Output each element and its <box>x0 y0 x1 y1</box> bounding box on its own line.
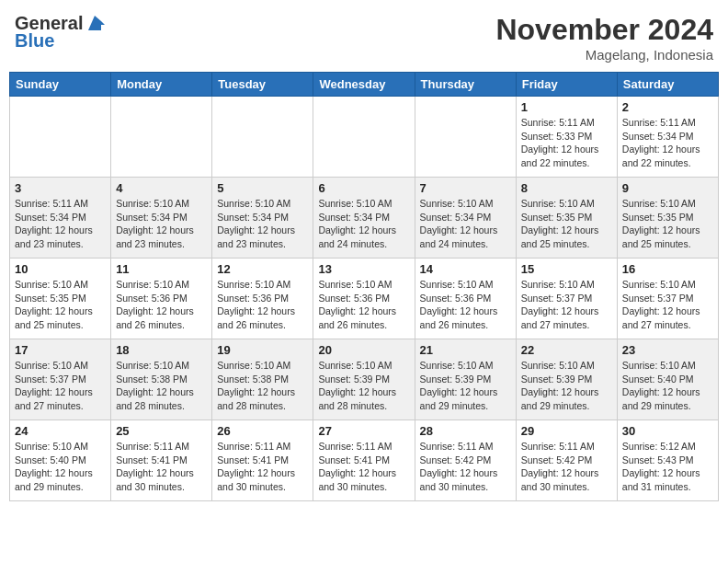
day-number: 1 <box>521 100 612 114</box>
day-number: 27 <box>318 424 409 438</box>
day-info: Sunrise: 5:11 AM Sunset: 5:33 PM Dayligh… <box>521 116 612 170</box>
day-info: Sunrise: 5:11 AM Sunset: 5:42 PM Dayligh… <box>420 440 511 494</box>
table-row: 30Sunrise: 5:12 AM Sunset: 5:43 PM Dayli… <box>617 420 718 501</box>
table-row <box>111 97 212 178</box>
month-title: November 2024 <box>495 13 713 47</box>
table-row: 27Sunrise: 5:11 AM Sunset: 5:41 PM Dayli… <box>313 420 415 501</box>
table-row <box>10 97 111 178</box>
day-number: 13 <box>318 262 409 276</box>
svg-marker-0 <box>88 16 101 30</box>
day-number: 30 <box>622 424 713 438</box>
table-row: 14Sunrise: 5:10 AM Sunset: 5:36 PM Dayli… <box>415 259 516 339</box>
table-row <box>313 97 415 178</box>
day-number: 25 <box>116 424 207 438</box>
day-info: Sunrise: 5:11 AM Sunset: 5:42 PM Dayligh… <box>521 440 612 494</box>
day-info: Sunrise: 5:10 AM Sunset: 5:40 PM Dayligh… <box>15 440 106 494</box>
day-info: Sunrise: 5:10 AM Sunset: 5:39 PM Dayligh… <box>420 359 511 413</box>
page-header: General Blue November 2024 Magelang, Ind… <box>9 9 719 66</box>
table-row: 5Sunrise: 5:10 AM Sunset: 5:34 PM Daylig… <box>212 178 313 259</box>
table-row <box>415 97 516 178</box>
day-number: 29 <box>521 424 612 438</box>
table-row: 7Sunrise: 5:10 AM Sunset: 5:34 PM Daylig… <box>415 178 516 259</box>
table-row: 29Sunrise: 5:11 AM Sunset: 5:42 PM Dayli… <box>516 420 617 501</box>
day-number: 6 <box>318 181 409 195</box>
table-row: 4Sunrise: 5:10 AM Sunset: 5:34 PM Daylig… <box>111 178 212 259</box>
day-number: 20 <box>318 343 409 357</box>
day-number: 11 <box>116 262 207 276</box>
logo: General Blue <box>15 13 105 52</box>
day-number: 16 <box>622 262 713 276</box>
day-number: 15 <box>521 262 612 276</box>
day-number: 23 <box>622 343 713 357</box>
table-row: 13Sunrise: 5:10 AM Sunset: 5:36 PM Dayli… <box>313 259 415 339</box>
day-number: 3 <box>15 181 106 195</box>
day-info: Sunrise: 5:10 AM Sunset: 5:36 PM Dayligh… <box>116 278 207 332</box>
table-row: 18Sunrise: 5:10 AM Sunset: 5:38 PM Dayli… <box>111 339 212 420</box>
col-header-thursday: Thursday <box>415 73 516 97</box>
table-row: 2Sunrise: 5:11 AM Sunset: 5:34 PM Daylig… <box>617 97 718 178</box>
day-info: Sunrise: 5:10 AM Sunset: 5:37 PM Dayligh… <box>15 359 106 413</box>
day-number: 10 <box>15 262 106 276</box>
logo-icon <box>85 14 105 34</box>
day-info: Sunrise: 5:10 AM Sunset: 5:36 PM Dayligh… <box>217 278 308 332</box>
col-header-monday: Monday <box>111 73 212 97</box>
day-number: 17 <box>15 343 106 357</box>
table-row: 10Sunrise: 5:10 AM Sunset: 5:35 PM Dayli… <box>10 259 111 339</box>
day-number: 9 <box>622 181 713 195</box>
table-row: 19Sunrise: 5:10 AM Sunset: 5:38 PM Dayli… <box>212 339 313 420</box>
day-info: Sunrise: 5:10 AM Sunset: 5:37 PM Dayligh… <box>521 278 612 332</box>
day-info: Sunrise: 5:10 AM Sunset: 5:35 PM Dayligh… <box>622 197 713 251</box>
table-row: 6Sunrise: 5:10 AM Sunset: 5:34 PM Daylig… <box>313 178 415 259</box>
day-number: 2 <box>622 100 713 114</box>
day-info: Sunrise: 5:10 AM Sunset: 5:34 PM Dayligh… <box>116 197 207 251</box>
day-info: Sunrise: 5:10 AM Sunset: 5:37 PM Dayligh… <box>622 278 713 332</box>
day-info: Sunrise: 5:10 AM Sunset: 5:38 PM Dayligh… <box>217 359 308 413</box>
calendar-table: SundayMondayTuesdayWednesdayThursdayFrid… <box>9 72 719 501</box>
col-header-wednesday: Wednesday <box>313 73 415 97</box>
table-row: 28Sunrise: 5:11 AM Sunset: 5:42 PM Dayli… <box>415 420 516 501</box>
table-row: 1Sunrise: 5:11 AM Sunset: 5:33 PM Daylig… <box>516 97 617 178</box>
table-row: 20Sunrise: 5:10 AM Sunset: 5:39 PM Dayli… <box>313 339 415 420</box>
day-number: 28 <box>420 424 511 438</box>
table-row: 15Sunrise: 5:10 AM Sunset: 5:37 PM Dayli… <box>516 259 617 339</box>
table-row: 25Sunrise: 5:11 AM Sunset: 5:41 PM Dayli… <box>111 420 212 501</box>
table-row: 11Sunrise: 5:10 AM Sunset: 5:36 PM Dayli… <box>111 259 212 339</box>
day-info: Sunrise: 5:10 AM Sunset: 5:38 PM Dayligh… <box>116 359 207 413</box>
day-info: Sunrise: 5:11 AM Sunset: 5:34 PM Dayligh… <box>15 197 106 251</box>
location: Magelang, Indonesia <box>495 47 713 63</box>
day-info: Sunrise: 5:10 AM Sunset: 5:39 PM Dayligh… <box>318 359 409 413</box>
col-header-friday: Friday <box>516 73 617 97</box>
day-number: 8 <box>521 181 612 195</box>
day-info: Sunrise: 5:11 AM Sunset: 5:41 PM Dayligh… <box>217 440 308 494</box>
day-number: 14 <box>420 262 511 276</box>
title-block: November 2024 Magelang, Indonesia <box>495 13 713 63</box>
day-number: 19 <box>217 343 308 357</box>
day-number: 22 <box>521 343 612 357</box>
day-number: 26 <box>217 424 308 438</box>
logo-blue: Blue <box>15 30 54 52</box>
day-info: Sunrise: 5:10 AM Sunset: 5:36 PM Dayligh… <box>318 278 409 332</box>
day-info: Sunrise: 5:10 AM Sunset: 5:40 PM Dayligh… <box>622 359 713 413</box>
table-row: 3Sunrise: 5:11 AM Sunset: 5:34 PM Daylig… <box>10 178 111 259</box>
table-row <box>212 97 313 178</box>
day-info: Sunrise: 5:10 AM Sunset: 5:34 PM Dayligh… <box>217 197 308 251</box>
day-number: 7 <box>420 181 511 195</box>
day-info: Sunrise: 5:11 AM Sunset: 5:34 PM Dayligh… <box>622 116 713 170</box>
table-row: 12Sunrise: 5:10 AM Sunset: 5:36 PM Dayli… <box>212 259 313 339</box>
day-number: 4 <box>116 181 207 195</box>
table-row: 17Sunrise: 5:10 AM Sunset: 5:37 PM Dayli… <box>10 339 111 420</box>
col-header-tuesday: Tuesday <box>212 73 313 97</box>
day-number: 21 <box>420 343 511 357</box>
col-header-sunday: Sunday <box>10 73 111 97</box>
day-number: 12 <box>217 262 308 276</box>
day-info: Sunrise: 5:10 AM Sunset: 5:35 PM Dayligh… <box>521 197 612 251</box>
table-row: 21Sunrise: 5:10 AM Sunset: 5:39 PM Dayli… <box>415 339 516 420</box>
day-info: Sunrise: 5:10 AM Sunset: 5:34 PM Dayligh… <box>318 197 409 251</box>
day-info: Sunrise: 5:10 AM Sunset: 5:35 PM Dayligh… <box>15 278 106 332</box>
day-info: Sunrise: 5:11 AM Sunset: 5:41 PM Dayligh… <box>116 440 207 494</box>
table-row: 8Sunrise: 5:10 AM Sunset: 5:35 PM Daylig… <box>516 178 617 259</box>
day-info: Sunrise: 5:10 AM Sunset: 5:39 PM Dayligh… <box>521 359 612 413</box>
svg-marker-1 <box>101 21 105 25</box>
calendar-header-row: SundayMondayTuesdayWednesdayThursdayFrid… <box>10 73 719 97</box>
col-header-saturday: Saturday <box>617 73 718 97</box>
